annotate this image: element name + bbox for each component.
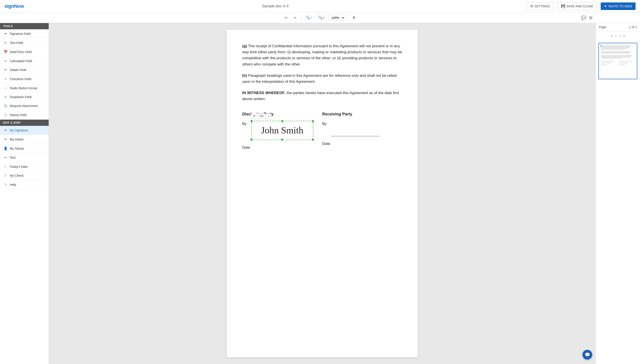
receiving-date-row: Date xyxy=(322,141,402,147)
disclosing-party-col: Disclosing Party By ✛ OK × xyxy=(242,111,322,155)
signature-field[interactable]: John Smith xyxy=(251,121,313,140)
sidebar-item-request-attachment[interactable]: 📎 Request Attachment xyxy=(0,102,49,110)
document-title: Sample doc-3-3 xyxy=(28,4,523,8)
prev-page-btn[interactable]: ‹ xyxy=(614,33,617,38)
sidebar-label-request-attachment: Request Attachment xyxy=(10,104,38,108)
by-label-receiving: By xyxy=(322,121,328,127)
sidebar-label-todays-date: Today's Date xyxy=(10,165,28,168)
sidebar-item-my-stamp[interactable]: 👤 My Stamp xyxy=(0,144,49,153)
chat-button[interactable]: 💬 xyxy=(582,350,592,360)
zoom-select[interactable]: 75% 100% 125% 140% 150% 175% 200% xyxy=(328,15,345,21)
disclosing-date-row: Date xyxy=(242,144,322,150)
receiving-party-label: Receiving Party xyxy=(322,111,402,118)
calculated-icon: ≡ xyxy=(4,59,8,63)
settings-button[interactable]: ⚙ SETTINGS xyxy=(526,2,554,10)
my-signature-icon: ✒ xyxy=(4,128,8,132)
sidebar-item-datetime-field[interactable]: 📅 Date/Time Field xyxy=(0,48,49,56)
last-page-btn[interactable]: » xyxy=(622,33,626,38)
page-label: Page xyxy=(599,25,606,29)
invite-icon: ✈ xyxy=(604,4,607,8)
first-page-btn[interactable]: « xyxy=(609,33,614,38)
page-thumbnail[interactable]: 1 xyxy=(598,43,637,79)
sidebar-item-todays-date[interactable]: ○ Today's Date xyxy=(0,162,49,171)
app-logo: signNow xyxy=(5,3,24,9)
sidebar-item-checkbox-field[interactable]: ✓ Checkbox Field xyxy=(0,74,49,84)
sidebar-label-dropdown-field: Dropdown Field xyxy=(10,95,32,99)
date-label-disclosing: Date xyxy=(242,144,250,150)
datetime-icon: 📅 xyxy=(4,50,8,54)
redo-button[interactable]: ↪ xyxy=(291,14,298,21)
undo-button[interactable]: ↩ xyxy=(283,14,290,21)
sidebar-label-help: Help xyxy=(10,183,16,186)
sidebar: Tools ✒ Signature Field ✏ Text Field 📅 D… xyxy=(0,23,49,364)
zoom-in-button[interactable]: 🔍+ xyxy=(316,14,327,21)
next-page-btn[interactable]: › xyxy=(618,33,621,38)
sidebar-item-radio-button[interactable]: ○ Radio Button Group xyxy=(0,84,49,92)
sidebar-item-stamp-field[interactable]: ⬡ Stamp Field xyxy=(0,110,49,120)
handle-bottom-right[interactable] xyxy=(312,138,314,141)
handle-top-left[interactable] xyxy=(251,120,253,122)
sidebar-item-calculated-field[interactable]: ≡ Calculated Field xyxy=(0,56,49,66)
by-label-disclosing: By xyxy=(242,121,249,127)
sidebar-item-text-field[interactable]: ✏ Text Field xyxy=(0,38,49,48)
document-toolbar: ↩ ↪ 🔍− 🔍+ 75% 100% 125% 140% 150% 175% 2… xyxy=(0,12,640,23)
sidebar-label-checkbox-field: Checkbox Field xyxy=(10,77,31,81)
todays-date-icon: ○ xyxy=(4,165,8,168)
sidebar-item-my-initials[interactable]: ✒ My Initials xyxy=(0,135,49,144)
page-nav-header: Page 1 of 1 xyxy=(596,23,640,31)
my-stamp-icon: 👤 xyxy=(4,146,8,150)
receiving-signature-line xyxy=(331,121,380,136)
sidebar-label-my-stamp: My Stamp xyxy=(10,147,24,150)
comment-icon-btn[interactable]: 💬 xyxy=(580,14,587,21)
initials-icon: ✏ xyxy=(4,68,8,72)
sig-move-btn[interactable]: ✛ xyxy=(251,113,257,118)
gear-icon: ⚙ xyxy=(530,4,533,8)
tools-section-header: Tools xyxy=(0,23,49,29)
handle-top-right[interactable] xyxy=(312,120,314,122)
sidebar-label-signature-field: Signature Field xyxy=(10,32,31,36)
help-icon: ? xyxy=(4,183,8,186)
right-panel: Page 1 of 1 « ‹ › » 1 xyxy=(595,23,640,364)
page-nav-buttons: « ‹ › » xyxy=(596,31,640,40)
sidebar-label-radio-button: Radio Button Group xyxy=(10,86,37,90)
page-count: 1 of 1 xyxy=(629,25,637,29)
sidebar-item-initials-field[interactable]: ✏ Initials Field xyxy=(0,66,49,74)
sig-close-btn[interactable]: × xyxy=(266,114,271,118)
invite-to-sign-button[interactable]: ✈ INVITE TO SIGN xyxy=(601,2,635,10)
text-icon: ✏ xyxy=(4,156,8,160)
save-icon: 💾 xyxy=(561,4,565,8)
handle-bottom-left[interactable] xyxy=(251,138,253,141)
thumbnail-page-number: 1 xyxy=(600,44,602,48)
handle-top-center[interactable] xyxy=(281,120,283,122)
signature-field-container[interactable]: ✛ OK × xyxy=(251,121,313,140)
edit-sign-section-header: Edit & Sign xyxy=(0,120,49,126)
paragraph-witness: IN WITNESS WHEREOF, the parties hereto h… xyxy=(242,90,402,102)
sidebar-item-signature-field[interactable]: ✒ Signature Field xyxy=(0,29,49,38)
my-initials-icon: ✒ xyxy=(4,138,8,142)
stamp-icon: ⬡ xyxy=(4,113,8,117)
disclosing-by-row: By ✛ OK × xyxy=(242,121,322,140)
layout-icon-btn[interactable]: ⊞ xyxy=(588,14,593,21)
dropdown-icon: ≡ xyxy=(4,95,8,99)
signature-text: John Smith xyxy=(261,123,303,138)
sidebar-item-my-signature[interactable]: ✒ My Signature xyxy=(0,126,49,135)
main-area: Tools ✒ Signature Field ✏ Text Field 📅 D… xyxy=(0,23,640,364)
toolbar-separator xyxy=(301,15,301,20)
document-area: (g) The receipt of Confidential Informat… xyxy=(49,23,595,364)
zoom-out-button[interactable]: 🔍− xyxy=(304,14,314,21)
sig-ok-btn[interactable]: OK xyxy=(258,114,266,118)
sidebar-item-dropdown-field[interactable]: ≡ Dropdown Field xyxy=(0,92,49,102)
sidebar-label-my-check: My Check xyxy=(10,174,24,177)
checkbox-icon: ✓ xyxy=(4,77,8,81)
sidebar-label-calculated-field: Calculated Field xyxy=(10,59,32,63)
sidebar-item-text[interactable]: ✏ Text xyxy=(0,153,49,162)
download-button[interactable]: ⬇ xyxy=(350,14,357,21)
attachment-icon: 📎 xyxy=(4,104,8,108)
handle-bottom-center[interactable] xyxy=(281,138,283,141)
sidebar-item-help[interactable]: ? Help xyxy=(0,180,49,189)
thumbnail-content xyxy=(599,43,637,79)
save-close-button[interactable]: 💾 SAVE AND CLOSE xyxy=(557,2,597,10)
sidebar-item-my-check[interactable]: ✓ My Check xyxy=(0,171,49,180)
radio-icon: ○ xyxy=(4,86,8,90)
date-label-receiving: Date xyxy=(322,141,330,147)
